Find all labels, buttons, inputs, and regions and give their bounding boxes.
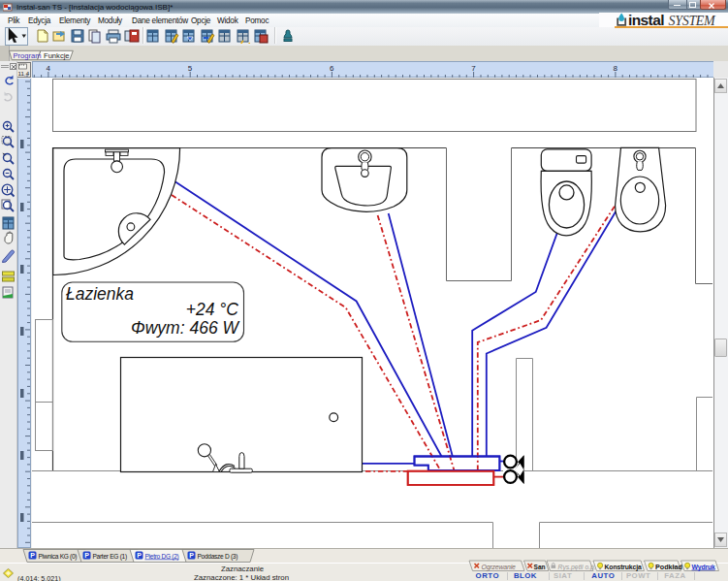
svg-text:Ogrzewanie: Ogrzewanie xyxy=(482,564,517,571)
svg-text:P: P xyxy=(84,552,89,559)
svg-text:Funkcje: Funkcje xyxy=(44,51,70,60)
svg-text:P: P xyxy=(189,552,194,559)
svg-text:Program: Program xyxy=(14,51,42,60)
svg-text:P: P xyxy=(30,552,35,559)
svg-text:Podkład: Podkład xyxy=(655,563,682,571)
svg-text:Wydruk: Wydruk xyxy=(692,564,716,571)
svg-text:+24 °C: +24 °C xyxy=(186,300,239,319)
svg-text:Łazienka: Łazienka xyxy=(66,284,134,304)
svg-text:Piwnica KG (0): Piwnica KG (0) xyxy=(39,553,78,561)
svg-text:11,4: 11,4 xyxy=(18,70,30,77)
svg-text:Φwym: 466 W: Φwym: 466 W xyxy=(131,318,239,338)
svg-text:P: P xyxy=(137,552,142,559)
svg-text:Poddasze D (3): Poddasze D (3) xyxy=(198,553,238,561)
svg-text:instal: instal xyxy=(628,12,664,28)
svg-text:San: San xyxy=(534,564,546,570)
svg-text:Parter EG (1): Parter EG (1) xyxy=(93,553,127,561)
svg-text:SYSTEM: SYSTEM xyxy=(669,14,717,28)
svg-text:Pietro DG (2): Pietro DG (2) xyxy=(145,553,179,561)
svg-text:Rys.pętli o.p.: Rys.pętli o.p. xyxy=(558,564,596,571)
svg-text:Konstrukcja: Konstrukcja xyxy=(605,564,642,571)
